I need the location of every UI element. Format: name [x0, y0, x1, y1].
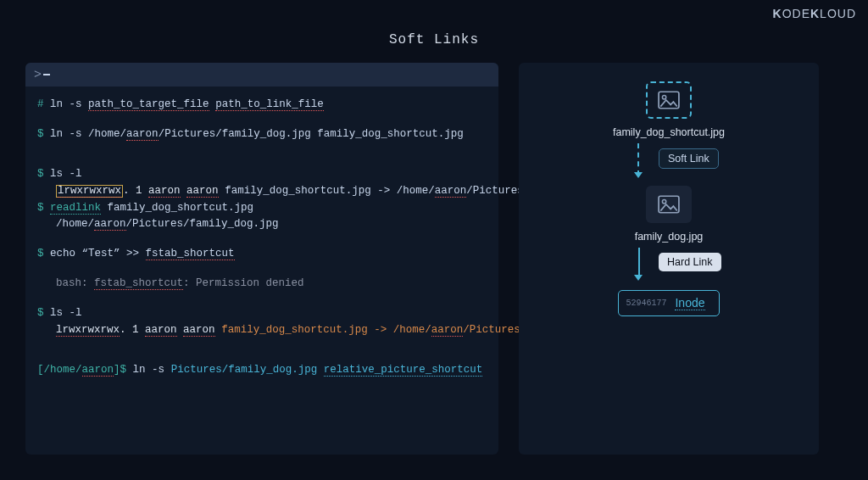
hard-link-badge: Hard Link	[659, 253, 721, 271]
terminal-line: /home/aaron/Pictures/family_dog.jpg	[37, 217, 487, 232]
target-file-icon	[646, 186, 692, 223]
shortcut-file-label: family_dog_shortcut.jpg	[613, 126, 725, 138]
terminal-header: >	[25, 63, 498, 87]
target-file-label: family_dog.jpg	[635, 231, 704, 243]
hard-link-arrow-icon	[638, 248, 640, 276]
svg-point-3	[662, 200, 665, 204]
terminal-line: $ readlink family_dog_shortcut.jpg	[37, 201, 487, 215]
inode-label: Inode	[675, 296, 704, 310]
terminal-line: lrwxrwxrwx. 1 aaron aaron family_dog_sho…	[37, 184, 487, 198]
svg-point-1	[662, 96, 665, 99]
image-icon	[658, 195, 680, 214]
terminal-line: $ ls -l	[37, 167, 487, 181]
inode-number: 52946177	[626, 299, 666, 308]
terminal-line: lrwxrwxrwx. 1 aaron aaron family_dog_sho…	[37, 323, 487, 338]
soft-link-arrow-icon	[637, 143, 639, 176]
page-title: Soft Links	[0, 0, 868, 47]
arrow-head-icon	[634, 275, 643, 281]
terminal-line: $ ln -s /home/aaron/Pictures/family_dog.…	[37, 127, 487, 142]
terminal-line: bash: fstab_shortcut: Permission denied	[37, 276, 487, 291]
terminal-body[interactable]: # ln -s path_to_target_file path_to_link…	[25, 87, 498, 388]
diagram-panel: family_dog_shortcut.jpg Soft Link family…	[519, 63, 819, 455]
prompt-caret: >	[34, 68, 42, 82]
brand-logo: KODEKLOUD	[773, 7, 857, 20]
shortcut-file-icon	[646, 81, 692, 119]
inode-box: 52946177 Inode	[618, 290, 719, 316]
arrow-head-icon	[634, 172, 643, 178]
cursor-icon	[43, 74, 50, 75]
terminal-line: $ echo “Test” >> fstab_shortcut	[37, 247, 487, 261]
terminal-panel: > # ln -s path_to_target_file path_to_li…	[25, 63, 498, 455]
terminal-line: # ln -s path_to_target_file path_to_link…	[37, 98, 487, 112]
terminal-line: $ ls -l	[37, 306, 487, 321]
terminal-line: [/home/aaron]$ ln -s Pictures/family_dog…	[37, 363, 487, 377]
image-icon	[658, 91, 680, 109]
soft-link-badge: Soft Link	[659, 148, 719, 169]
